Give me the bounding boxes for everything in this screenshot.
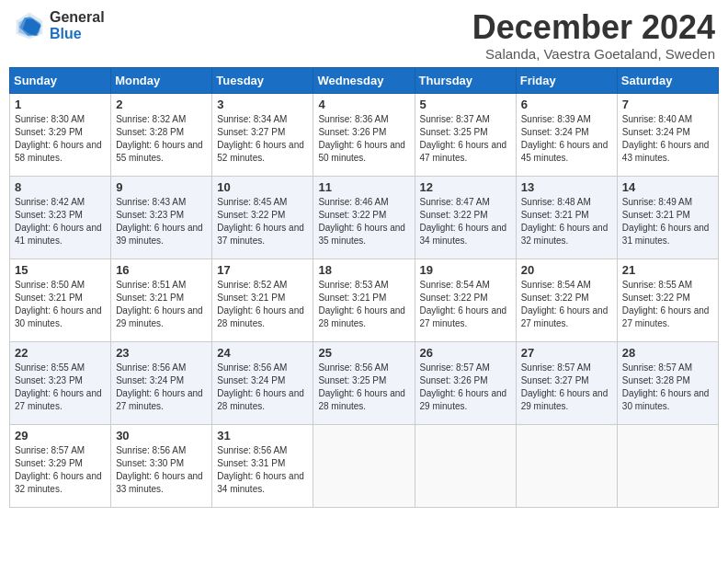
calendar-cell: 11 Sunrise: 8:46 AMSunset: 3:22 PMDaylig…: [313, 176, 415, 259]
cell-info: Sunrise: 8:57 AMSunset: 3:26 PMDaylight:…: [420, 362, 507, 411]
cell-info: Sunrise: 8:42 AMSunset: 3:23 PMDaylight:…: [15, 197, 102, 246]
cell-info: Sunrise: 8:53 AMSunset: 3:21 PMDaylight:…: [318, 280, 405, 328]
day-number: 5: [420, 98, 511, 111]
day-number: 23: [116, 346, 207, 360]
day-number: 27: [521, 346, 612, 360]
calendar-cell: 8 Sunrise: 8:42 AMSunset: 3:23 PMDayligh…: [10, 176, 111, 259]
calendar-cell: 27 Sunrise: 8:57 AMSunset: 3:27 PMDaylig…: [516, 341, 617, 424]
calendar-cell: 26 Sunrise: 8:57 AMSunset: 3:26 PMDaylig…: [415, 341, 516, 424]
cell-info: Sunrise: 8:51 AMSunset: 3:21 PMDaylight:…: [116, 280, 203, 328]
calendar-cell: 25 Sunrise: 8:56 AMSunset: 3:25 PMDaylig…: [313, 341, 415, 424]
column-header-wednesday: Wednesday: [313, 67, 415, 93]
calendar-cell: 17 Sunrise: 8:52 AMSunset: 3:21 PMDaylig…: [212, 259, 313, 341]
calendar-cell: 23 Sunrise: 8:56 AMSunset: 3:24 PMDaylig…: [111, 341, 212, 424]
calendar-cell: 30 Sunrise: 8:56 AMSunset: 3:30 PMDaylig…: [111, 424, 212, 507]
cell-info: Sunrise: 8:56 AMSunset: 3:24 PMDaylight:…: [116, 362, 203, 411]
day-number: 24: [217, 346, 308, 360]
calendar-cell: 20 Sunrise: 8:54 AMSunset: 3:22 PMDaylig…: [516, 259, 617, 341]
cell-info: Sunrise: 8:56 AMSunset: 3:31 PMDaylight:…: [217, 445, 304, 494]
cell-info: Sunrise: 8:30 AMSunset: 3:29 PMDaylight:…: [15, 114, 102, 163]
cell-info: Sunrise: 8:54 AMSunset: 3:22 PMDaylight:…: [420, 280, 507, 328]
calendar-cell: 4 Sunrise: 8:36 AMSunset: 3:26 PMDayligh…: [313, 93, 415, 176]
day-number: 20: [521, 263, 612, 277]
calendar-week-row: 15 Sunrise: 8:50 AMSunset: 3:21 PMDaylig…: [10, 259, 719, 341]
calendar-cell: 28 Sunrise: 8:57 AMSunset: 3:28 PMDaylig…: [617, 341, 718, 424]
calendar-cell: [617, 424, 718, 507]
calendar-cell: 16 Sunrise: 8:51 AMSunset: 3:21 PMDaylig…: [111, 259, 212, 341]
cell-info: Sunrise: 8:49 AMSunset: 3:21 PMDaylight:…: [622, 197, 710, 246]
calendar-week-row: 8 Sunrise: 8:42 AMSunset: 3:23 PMDayligh…: [10, 176, 719, 259]
day-number: 11: [318, 180, 409, 194]
calendar-week-row: 29 Sunrise: 8:57 AMSunset: 3:29 PMDaylig…: [10, 424, 719, 507]
day-number: 28: [622, 346, 713, 360]
day-number: 31: [217, 429, 308, 442]
cell-info: Sunrise: 8:32 AMSunset: 3:28 PMDaylight:…: [116, 114, 203, 163]
day-number: 7: [622, 98, 713, 111]
calendar-cell: 2 Sunrise: 8:32 AMSunset: 3:28 PMDayligh…: [111, 93, 212, 176]
day-number: 17: [217, 263, 308, 277]
calendar-cell: 6 Sunrise: 8:39 AMSunset: 3:24 PMDayligh…: [516, 93, 617, 176]
day-number: 29: [15, 429, 106, 442]
day-number: 18: [318, 263, 409, 277]
cell-info: Sunrise: 8:43 AMSunset: 3:23 PMDaylight:…: [116, 197, 203, 246]
column-header-friday: Friday: [516, 67, 617, 93]
calendar-cell: 12 Sunrise: 8:47 AMSunset: 3:22 PMDaylig…: [415, 176, 516, 259]
calendar-cell: 24 Sunrise: 8:56 AMSunset: 3:24 PMDaylig…: [212, 341, 313, 424]
calendar-cell: 14 Sunrise: 8:49 AMSunset: 3:21 PMDaylig…: [617, 176, 718, 259]
calendar-cell: 9 Sunrise: 8:43 AMSunset: 3:23 PMDayligh…: [111, 176, 212, 259]
logo: General Blue: [13, 9, 105, 42]
day-number: 16: [116, 263, 207, 277]
cell-info: Sunrise: 8:47 AMSunset: 3:22 PMDaylight:…: [420, 197, 507, 246]
logo-text: General Blue: [50, 9, 105, 41]
day-number: 21: [622, 263, 713, 277]
calendar-cell: 1 Sunrise: 8:30 AMSunset: 3:29 PMDayligh…: [10, 93, 111, 176]
day-number: 12: [420, 180, 511, 194]
cell-info: Sunrise: 8:56 AMSunset: 3:25 PMDaylight:…: [318, 362, 405, 411]
logo-icon: [13, 9, 46, 42]
calendar-cell: 19 Sunrise: 8:54 AMSunset: 3:22 PMDaylig…: [415, 259, 516, 341]
calendar-cell: [313, 424, 415, 507]
column-header-monday: Monday: [111, 67, 212, 93]
calendar-cell: 13 Sunrise: 8:48 AMSunset: 3:21 PMDaylig…: [516, 176, 617, 259]
day-number: 2: [116, 98, 207, 111]
calendar-cell: 10 Sunrise: 8:45 AMSunset: 3:22 PMDaylig…: [212, 176, 313, 259]
calendar-week-row: 22 Sunrise: 8:55 AMSunset: 3:23 PMDaylig…: [10, 341, 719, 424]
column-header-tuesday: Tuesday: [212, 67, 313, 93]
day-number: 13: [521, 180, 612, 194]
logo-general: General: [50, 9, 105, 26]
cell-info: Sunrise: 8:40 AMSunset: 3:24 PMDaylight:…: [622, 114, 710, 163]
calendar-cell: 3 Sunrise: 8:34 AMSunset: 3:27 PMDayligh…: [212, 93, 313, 176]
logo-blue: Blue: [50, 26, 105, 42]
cell-info: Sunrise: 8:55 AMSunset: 3:23 PMDaylight:…: [15, 362, 102, 411]
day-number: 15: [15, 263, 106, 277]
title-section: December 2024 Salanda, Vaestra Goetaland…: [472, 9, 715, 62]
calendar-cell: [415, 424, 516, 507]
calendar-cell: 7 Sunrise: 8:40 AMSunset: 3:24 PMDayligh…: [617, 93, 718, 176]
day-number: 4: [318, 98, 409, 111]
column-header-thursday: Thursday: [415, 67, 516, 93]
day-number: 1: [15, 98, 106, 111]
cell-info: Sunrise: 8:46 AMSunset: 3:22 PMDaylight:…: [318, 197, 405, 246]
day-number: 10: [217, 180, 308, 194]
cell-info: Sunrise: 8:57 AMSunset: 3:29 PMDaylight:…: [15, 445, 102, 494]
day-number: 14: [622, 180, 713, 194]
cell-info: Sunrise: 8:54 AMSunset: 3:22 PMDaylight:…: [521, 280, 609, 328]
calendar-week-row: 1 Sunrise: 8:30 AMSunset: 3:29 PMDayligh…: [10, 93, 719, 176]
calendar-cell: 15 Sunrise: 8:50 AMSunset: 3:21 PMDaylig…: [10, 259, 111, 341]
cell-info: Sunrise: 8:52 AMSunset: 3:21 PMDaylight:…: [217, 280, 304, 328]
day-number: 9: [116, 180, 207, 194]
day-number: 19: [420, 263, 511, 277]
column-header-sunday: Sunday: [10, 67, 111, 93]
cell-info: Sunrise: 8:55 AMSunset: 3:22 PMDaylight:…: [622, 280, 710, 328]
calendar-cell: 31 Sunrise: 8:56 AMSunset: 3:31 PMDaylig…: [212, 424, 313, 507]
cell-info: Sunrise: 8:56 AMSunset: 3:30 PMDaylight:…: [116, 445, 203, 494]
calendar-cell: [516, 424, 617, 507]
day-number: 6: [521, 98, 612, 111]
cell-info: Sunrise: 8:39 AMSunset: 3:24 PMDaylight:…: [521, 114, 609, 163]
location-title: Salanda, Vaestra Goetaland, Sweden: [472, 46, 715, 62]
column-header-saturday: Saturday: [617, 67, 718, 93]
calendar-cell: 5 Sunrise: 8:37 AMSunset: 3:25 PMDayligh…: [415, 93, 516, 176]
cell-info: Sunrise: 8:56 AMSunset: 3:24 PMDaylight:…: [217, 362, 304, 411]
day-number: 22: [15, 346, 106, 360]
cell-info: Sunrise: 8:34 AMSunset: 3:27 PMDaylight:…: [217, 114, 304, 163]
